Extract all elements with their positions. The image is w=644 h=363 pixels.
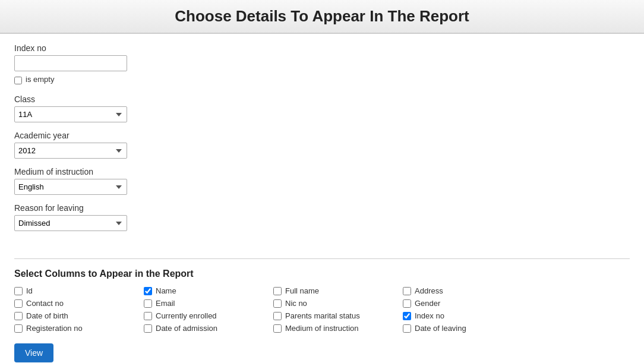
medium-select[interactable]: English Sinhala Tamil bbox=[14, 179, 127, 195]
medium-group: Medium of instruction English Sinhala Ta… bbox=[14, 167, 630, 195]
column-item-col_date_of_birth: Date of birth bbox=[14, 311, 139, 320]
columns-grid: IdNameFull nameAddressContact noEmailNic… bbox=[14, 286, 630, 333]
checkbox-col_registration_no[interactable] bbox=[14, 324, 23, 333]
section-divider bbox=[14, 258, 630, 259]
checkbox-col_medium_of_instruction[interactable] bbox=[273, 324, 282, 333]
label-col_index_no: Index no bbox=[415, 311, 444, 320]
academic-year-select[interactable]: 2010 2011 2012 2013 bbox=[14, 143, 127, 159]
checkbox-col_nic_no[interactable] bbox=[273, 299, 282, 308]
column-item-col_currently_enrolled: Currently enrolled bbox=[144, 311, 269, 320]
checkbox-col_id[interactable] bbox=[14, 287, 23, 295]
checkbox-col_currently_enrolled[interactable] bbox=[144, 312, 152, 320]
checkbox-col_index_no[interactable] bbox=[403, 312, 411, 320]
column-item-col_id: Id bbox=[14, 286, 139, 295]
checkbox-col_parents_marital_status[interactable] bbox=[273, 312, 282, 320]
column-item-col_contact_no: Contact no bbox=[14, 299, 139, 308]
page-header: Choose Details To Appear In The Report bbox=[0, 0, 644, 34]
checkbox-col_email[interactable] bbox=[144, 299, 152, 308]
column-item-col_nic_no: Nic no bbox=[273, 299, 398, 308]
main-content: Index no is empty Class 11A 11B 12A 12B … bbox=[0, 34, 644, 363]
label-col_medium_of_instruction: Medium of instruction bbox=[285, 324, 359, 333]
label-col_nic_no: Nic no bbox=[285, 299, 307, 308]
filters-section: Index no is empty Class 11A 11B 12A 12B … bbox=[14, 43, 630, 249]
reason-leaving-label: Reason for leaving bbox=[14, 203, 630, 213]
column-item-col_date_of_leaving: Date of leaving bbox=[403, 324, 528, 333]
index-no-label: Index no bbox=[14, 43, 630, 53]
label-col_full_name: Full name bbox=[285, 286, 319, 295]
label-col_id: Id bbox=[26, 286, 33, 295]
is-empty-row: is empty bbox=[14, 75, 630, 86]
page-title: Choose Details To Appear In The Report bbox=[0, 7, 644, 26]
label-col_date_of_leaving: Date of leaving bbox=[415, 324, 466, 333]
is-empty-label: is empty bbox=[26, 75, 54, 84]
reason-leaving-select[interactable]: Dimissed Completed Transferred bbox=[14, 215, 127, 231]
academic-year-group: Academic year 2010 2011 2012 2013 bbox=[14, 131, 630, 159]
label-col_date_of_birth: Date of birth bbox=[26, 311, 68, 320]
checkbox-col_date_of_birth[interactable] bbox=[14, 312, 23, 320]
class-group: Class 11A 11B 12A 12B bbox=[14, 94, 630, 122]
column-item-col_registration_no: Registeration no bbox=[14, 324, 139, 333]
checkbox-col_name[interactable] bbox=[144, 287, 152, 295]
column-item-col_medium_of_instruction: Medium of instruction bbox=[273, 324, 398, 333]
medium-label: Medium of instruction bbox=[14, 167, 630, 176]
checkbox-col_contact_no[interactable] bbox=[14, 299, 23, 308]
checkbox-col_address[interactable] bbox=[403, 287, 411, 295]
class-select[interactable]: 11A 11B 12A 12B bbox=[14, 106, 127, 122]
label-col_address: Address bbox=[415, 286, 443, 295]
label-col_date_of_admission: Date of admission bbox=[156, 324, 217, 333]
academic-year-label: Academic year bbox=[14, 131, 630, 140]
column-item-col_parents_marital_status: Parents marital status bbox=[273, 311, 398, 320]
is-empty-checkbox[interactable] bbox=[14, 77, 22, 84]
label-col_name: Name bbox=[156, 286, 176, 295]
index-no-group: Index no is empty bbox=[14, 43, 630, 86]
index-no-input[interactable] bbox=[14, 55, 127, 71]
checkbox-col_date_of_leaving[interactable] bbox=[403, 324, 411, 333]
columns-section-title: Select Columns to Appear in the Report bbox=[14, 269, 630, 279]
column-item-col_name: Name bbox=[144, 286, 269, 295]
columns-section: Select Columns to Appear in the Report I… bbox=[14, 269, 630, 333]
column-item-col_address: Address bbox=[403, 286, 528, 295]
column-item-col_index_no: Index no bbox=[403, 311, 528, 320]
column-item-col_date_of_admission: Date of admission bbox=[144, 324, 269, 333]
label-col_gender: Gender bbox=[415, 299, 440, 308]
view-button[interactable]: View bbox=[14, 343, 53, 362]
label-col_parents_marital_status: Parents marital status bbox=[285, 311, 360, 320]
checkbox-col_full_name[interactable] bbox=[273, 287, 282, 295]
class-label: Class bbox=[14, 94, 630, 104]
column-item-col_full_name: Full name bbox=[273, 286, 398, 295]
checkbox-col_date_of_admission[interactable] bbox=[144, 324, 152, 333]
label-col_registration_no: Registeration no bbox=[26, 324, 83, 333]
label-col_currently_enrolled: Currently enrolled bbox=[156, 311, 217, 320]
reason-leaving-group: Reason for leaving Dimissed Completed Tr… bbox=[14, 203, 630, 231]
column-item-col_gender: Gender bbox=[403, 299, 528, 308]
label-col_contact_no: Contact no bbox=[26, 299, 64, 308]
checkbox-col_gender[interactable] bbox=[403, 299, 411, 308]
label-col_email: Email bbox=[156, 299, 175, 308]
column-item-col_email: Email bbox=[144, 299, 269, 308]
